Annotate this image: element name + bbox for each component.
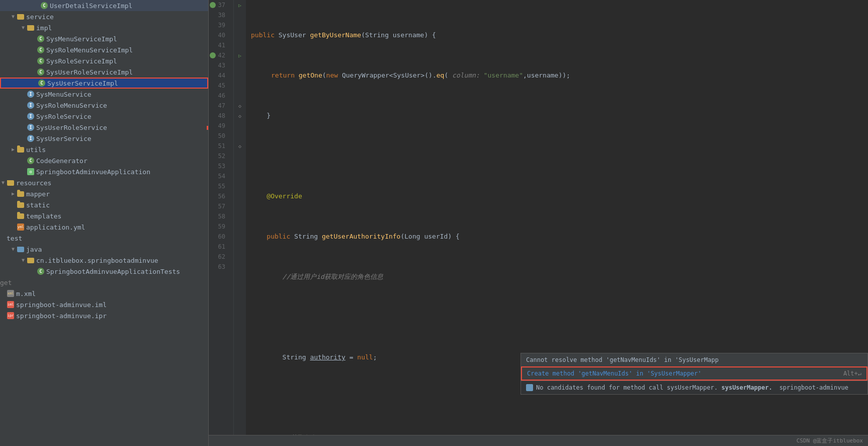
tree-item-get[interactable]: get [0, 277, 208, 288]
ln-37: ↑ 37 [209, 0, 229, 10]
interface-icon: I [27, 112, 35, 120]
tree-item-sysmenuservice[interactable]: I SysMenuService [0, 89, 208, 100]
tree-label: java [26, 246, 42, 253]
file-tree-inner: C UserDetailServiceImpl service impl C S… [0, 0, 208, 321]
arrow-icon [20, 25, 26, 31]
tree-label: springboot-adminvue.iml [16, 301, 107, 309]
class-icon: C [37, 68, 45, 76]
tooltip-action-text: Create method 'getNavMenuIds' in 'SysUse… [527, 370, 702, 377]
tree-item-resources[interactable]: resources [0, 177, 208, 188]
tree-item-test[interactable]: test [0, 233, 208, 244]
tree-label: SpringbootAdminvueApplicationTests [46, 268, 180, 275]
xml-icon: xml [7, 289, 15, 298]
tree-item-sysrolemenuserviceimpl[interactable]: C SysRoleMenuServiceImpl [0, 44, 208, 55]
ln-40: 40 [209, 30, 229, 40]
gutter-46 [234, 91, 246, 101]
tree-label: application.yml [26, 224, 85, 231]
tree-label: static [26, 201, 50, 209]
tree-item-iml[interactable]: iml springboot-adminvue.iml [0, 299, 208, 310]
class-icon: C [38, 79, 46, 87]
tree-item-sysuserroleservice[interactable]: I SysUserRoleService [0, 122, 208, 133]
yaml-icon: yml [17, 223, 25, 231]
tree-item-sysuserserviceimpl[interactable]: C SysUserServiceImpl [0, 78, 208, 89]
tree-label: templates [26, 212, 61, 220]
tree-item-cn-package[interactable]: cn.itbluebox.springbootadminvue [0, 255, 208, 266]
tree-label: SysMenuServiceImpl [46, 35, 117, 43]
ln-61: 61 [209, 242, 229, 252]
arrow-icon [0, 180, 6, 186]
code-line-40 [251, 151, 868, 161]
tree-item-sysrolemenuservice[interactable]: I SysRoleMenuService [0, 100, 208, 111]
code-line-42: public String getUserAuthorityInfo(Long … [251, 232, 868, 242]
debug-icon: ↑ [210, 52, 216, 58]
class-icon: C [37, 35, 45, 43]
tree-label: SysUserRoleService [36, 124, 107, 131]
gutter-57 [234, 201, 246, 211]
ln-41: 41 [209, 40, 229, 50]
gutter-48: ◇ [234, 111, 246, 121]
class-icon: C [37, 57, 45, 65]
ln-53: 53 [209, 161, 229, 171]
folder-icon [17, 212, 25, 220]
ln-63: 63 [209, 262, 229, 272]
code-line-41: @Override [251, 191, 868, 201]
gutter-42: ▷ [234, 50, 246, 60]
folder-icon [17, 13, 25, 21]
tree-label: springboot-adminvue.ipr [16, 312, 107, 320]
class-icon: C [37, 46, 45, 54]
tree-item-sysuserservice[interactable]: I SysUserService [0, 133, 208, 144]
tree-item-service[interactable]: service [0, 11, 208, 22]
tree-item-userdetailserviceimpl[interactable]: C UserDetailServiceImpl [0, 0, 208, 11]
ln-46: 46 [209, 91, 229, 101]
tree-label: mapper [26, 190, 50, 198]
gutter-38 [234, 10, 246, 20]
arrow-icon [10, 146, 16, 153]
gutter-37: ▷ [234, 0, 246, 10]
interface-icon: I [27, 101, 35, 109]
tree-item-sysroleservice[interactable]: I SysRoleService [0, 111, 208, 122]
ln-52: 52 [209, 151, 229, 161]
tree-label: resources [16, 179, 51, 187]
tree-label: SysRoleServiceImpl [46, 57, 117, 65]
tree-item-static[interactable]: static [0, 199, 208, 210]
gutter-54 [234, 171, 246, 181]
tree-item-sysuserroleserviceimpl[interactable]: C SysUserRoleServiceImpl [0, 66, 208, 78]
tree-item-java[interactable]: java [0, 244, 208, 255]
tree-item-application-yml[interactable]: yml application.yml [0, 221, 208, 233]
tree-item-mapper[interactable]: mapper [0, 188, 208, 199]
tree-item-mxml[interactable]: xml m.xml [0, 288, 208, 299]
tree-item-codegenerator[interactable]: C CodeGenerator [0, 155, 208, 166]
tree-label: SysRoleMenuServiceImpl [46, 46, 133, 54]
gutter-41 [234, 40, 246, 50]
gutter-49 [234, 121, 246, 131]
tree-item-springbootadminvueapplication[interactable]: ⚙ SpringbootAdminvueApplication [0, 166, 208, 177]
ln-50: 50 [209, 131, 229, 141]
gutter-52 [234, 151, 246, 161]
tooltip-action-key: Alt+↵ [843, 370, 861, 377]
class-icon: C [27, 157, 35, 165]
tree-item-sysmenuserviceimpl[interactable]: C SysMenuServiceImpl [0, 33, 208, 44]
gutter-59 [234, 221, 246, 232]
tree-label: impl [36, 24, 52, 32]
gutter-60 [234, 232, 246, 242]
gutter-47: ◇ [234, 101, 246, 111]
arrow-icon [10, 246, 16, 252]
debug-icon: ↑ [210, 2, 216, 8]
tooltip-action-button[interactable]: Create method 'getNavMenuIds' in 'SysUse… [521, 366, 867, 381]
tooltip-project-name: springboot-adminvue [779, 384, 848, 391]
code-line-47: //获取角色 [251, 433, 868, 435]
interface-icon: I [27, 90, 35, 98]
ln-60: 60 [209, 232, 229, 242]
folder-icon [17, 245, 25, 253]
ln-51: 51 [209, 141, 229, 151]
tree-item-impl[interactable]: impl [0, 22, 208, 33]
tree-item-templates[interactable]: templates [0, 210, 208, 221]
tooltip-info-text: No candidates found for method call sysU… [536, 384, 772, 391]
tree-item-ipr[interactable]: ipr springboot-adminvue.ipr [0, 310, 208, 321]
tree-item-utils[interactable]: utils [0, 144, 208, 155]
ln-59: 59 [209, 221, 229, 232]
folder-icon [27, 256, 35, 264]
tree-item-sysroleserviceimpl[interactable]: C SysRoleServiceImpl [0, 55, 208, 66]
tree-item-springbootadminvueapplicationtests[interactable]: C SpringbootAdminvueApplicationTests [0, 266, 208, 277]
gutter-63 [234, 262, 246, 272]
